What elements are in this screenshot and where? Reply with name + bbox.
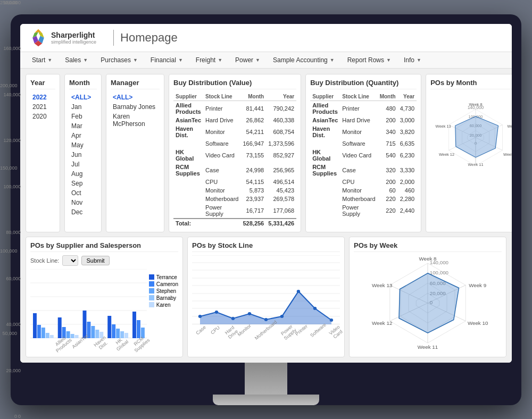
month-item-jan[interactable]: Jan (69, 102, 97, 112)
pos-by-supplier-title: POs by Supplier and Salesperson (30, 241, 178, 252)
svg-rect-35 (37, 325, 41, 338)
month-item-apr[interactable]: Apr (69, 131, 97, 140)
nav-item-power[interactable]: Power ▼ (229, 52, 267, 68)
financial-caret-icon: ▼ (178, 57, 183, 63)
top-row: Year 2022 2021 2020 Month <ALL>JanFebMar… (26, 74, 506, 232)
manager-item-1[interactable]: Barnaby Jones (111, 102, 160, 112)
svg-text:Week 13: Week 13 (372, 282, 392, 288)
svg-rect-55 (137, 320, 140, 338)
header-divider (113, 30, 114, 46)
year-item-2020[interactable]: 2020 (30, 112, 55, 121)
power-caret-icon: ▼ (255, 57, 260, 63)
table-row: Power Supply 16,717 177,068 (173, 203, 296, 219)
buy-dist-qty-table: Supplier Stock Line Month Year Allied Pr… (310, 93, 417, 218)
month-item-aug[interactable]: Aug (69, 169, 97, 179)
table-row: Allied Products Printer 480 4,730 (310, 100, 417, 116)
svg-rect-39 (58, 317, 62, 338)
svg-text:Week 9: Week 9 (508, 124, 512, 129)
svg-rect-38 (50, 335, 54, 338)
svg-point-75 (313, 307, 317, 310)
svg-rect-36 (41, 328, 45, 338)
nav-item-sales[interactable]: Sales ▼ (59, 52, 94, 68)
supplier-legend: Terrance Cameron Stephen (149, 269, 178, 350)
logo-text: Sharperlight simplified intelligence (51, 31, 96, 45)
svg-point-72 (264, 318, 268, 321)
nav-item-info[interactable]: Info ▼ (397, 52, 428, 68)
stockline-filter-select[interactable] (62, 255, 78, 266)
svg-point-70 (231, 317, 235, 320)
month-panel-title: Month (69, 79, 97, 89)
month-item-sep[interactable]: Sep (69, 179, 97, 188)
table-row: HK Global Video Card 540 6,230 (310, 148, 417, 163)
nav-item-sample-accounting[interactable]: Sample Accounting ▼ (267, 52, 341, 68)
month-item-mar[interactable]: Mar (69, 121, 97, 131)
header: Sharperlight simplified intelligence Hom… (20, 24, 512, 52)
qty-col-month: Month (378, 93, 398, 101)
svg-point-73 (280, 315, 284, 318)
svg-rect-42 (71, 334, 74, 338)
sales-caret-icon: ▼ (83, 57, 88, 63)
nav-item-start[interactable]: Start ▼ (26, 52, 59, 68)
svg-marker-0 (35, 29, 42, 32)
table-row: Allied Products Printer 81,441 790,242 (173, 100, 296, 116)
pos-by-supplier-panel: POs by Supplier and Salesperson Stock Li… (26, 237, 183, 357)
sharperlight-logo-icon (29, 28, 48, 47)
table-row: Haven Dist. Monitor 54,211 608,754 (173, 124, 296, 139)
stockline-y-axis: 180,000 160,000 140,000 120,000 100,000 … (20, 24, 22, 363)
nav-item-purchases[interactable]: Purchases ▼ (94, 52, 144, 68)
table-row: Monitor 5,873 45,423 (173, 186, 296, 195)
month-item-dec[interactable]: Dec (69, 207, 97, 217)
svg-marker-98 (399, 273, 459, 333)
manager-item-0[interactable]: <ALL> (111, 93, 160, 102)
svg-point-68 (198, 315, 202, 318)
svg-marker-27 (455, 116, 498, 157)
col-month: Month (240, 93, 266, 101)
monitor-stand-neck (245, 363, 287, 395)
qty-col-stockline: Stock Line (340, 93, 377, 101)
month-item-oct[interactable]: Oct (69, 188, 97, 198)
svg-text:Week 9: Week 9 (469, 282, 486, 288)
pos-by-week-panel: POs by Week (349, 237, 506, 357)
buy-dist-qty-title: Buy Distribution (Quantity) (310, 79, 417, 89)
table-row: Haven Dist. Monitor 340 3,820 (310, 124, 417, 139)
year-panel-title: Year (30, 79, 55, 89)
monitor-stand-base (213, 395, 319, 405)
nav-item-report-rows[interactable]: Report Rows ▼ (341, 52, 397, 68)
qty-col-supplier: Supplier (310, 93, 340, 101)
manager-item-2[interactable]: Karen McPherson (111, 112, 160, 129)
monitor-outer: Sharperlight simplified intelligence Hom… (11, 14, 521, 405)
legend-color-karen (149, 302, 154, 307)
nav-item-freight[interactable]: Freight ▼ (189, 52, 229, 68)
nav-item-financial[interactable]: Financial ▼ (144, 52, 189, 68)
svg-text:Week 8: Week 8 (469, 102, 483, 107)
svg-text:Week 11: Week 11 (418, 344, 438, 350)
col-stockline: Stock Line (203, 93, 240, 101)
month-item-all[interactable]: <ALL> (69, 93, 97, 102)
svg-rect-47 (95, 330, 99, 338)
pos-by-stockline-title: POs by Stock Line (192, 241, 340, 252)
month-item-nov[interactable]: Nov (69, 198, 97, 207)
month-item-feb[interactable]: Feb (69, 112, 97, 121)
buy-dist-value-body: Allied Products Printer 81,441 790,242As… (173, 100, 296, 219)
manager-panel: Manager <ALL>Barnaby JonesKaren McPherso… (106, 74, 164, 232)
month-item-jul[interactable]: Jul (69, 160, 97, 169)
year-item-2021[interactable]: 2021 (30, 102, 55, 112)
month-item-may[interactable]: May (69, 140, 97, 150)
table-row: RCM Supplies Case 320 3,330 (310, 163, 417, 178)
svg-point-74 (297, 290, 300, 293)
svg-rect-50 (112, 324, 115, 338)
supplier-submit-button[interactable]: Submit (81, 256, 109, 265)
table-row: Motherboard 220 2,280 (310, 195, 417, 203)
table-row: AsianTec Hard Drive 26,862 460,338 (173, 116, 296, 124)
bottom-row: POs by Supplier and Salesperson Stock Li… (26, 237, 506, 357)
main-content: Year 2022 2021 2020 Month <ALL>JanFebMar… (20, 69, 512, 363)
legend-color-barnaby (149, 295, 154, 300)
month-item-jun[interactable]: Jun (69, 150, 97, 160)
supplier-chart: 250,000 200,000 150,000 100,000 50,000 0 (30, 269, 147, 338)
manager-panel-title: Manager (111, 79, 160, 89)
table-row: RCM Supplies Case 24,998 256,965 (173, 163, 296, 178)
year-item-2022[interactable]: 2022 (30, 93, 55, 102)
legend-color-stephen (149, 288, 154, 294)
info-caret-icon: ▼ (417, 57, 421, 63)
svg-text:100,000: 100,000 (430, 270, 449, 275)
